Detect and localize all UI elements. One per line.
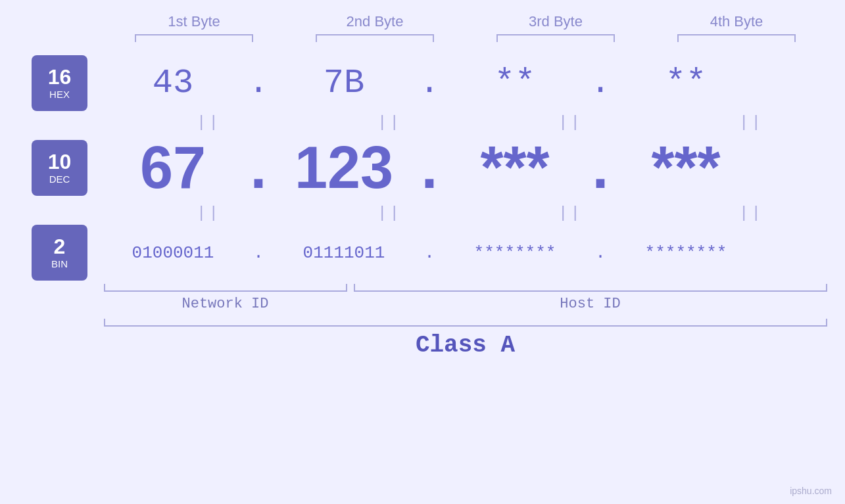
dec-values: 67 . 123 . *** . *** [101, 134, 845, 202]
bin-byte2: 01111011 [272, 243, 416, 263]
eq2-byte2: || [318, 204, 462, 222]
dec-dot3: . [587, 134, 614, 202]
hex-row: 16 HEX 43 . 7B . ** . ** [0, 55, 845, 111]
equals-row-1: || || || || [118, 114, 842, 131]
bin-byte3: ******** [443, 243, 587, 263]
host-bracket [354, 284, 827, 292]
eq2-byte3: || [498, 204, 643, 222]
host-id-label: Host ID [354, 296, 827, 312]
eq1-byte1: || [137, 114, 281, 131]
hex-dot2: . [416, 64, 443, 103]
dec-dot2: . [416, 134, 443, 202]
dec-base-name: DEC [49, 173, 70, 185]
network-bracket [104, 284, 347, 292]
dec-byte3: *** [443, 134, 587, 202]
eq1-byte2: || [318, 114, 462, 131]
dec-base-number: 10 [48, 151, 72, 172]
dec-byte2: 123 [272, 134, 416, 202]
hex-base-name: HEX [49, 89, 70, 100]
hex-dot3: . [587, 64, 614, 103]
id-labels-row: Network ID Host ID [104, 296, 827, 312]
hex-byte1: 43 [101, 64, 245, 103]
bracket-byte3 [496, 34, 615, 42]
bin-byte1: 01000011 [101, 243, 245, 263]
main-container: 1st Byte 2nd Byte 3rd Byte 4th Byte 16 H… [0, 0, 845, 504]
bin-values: 01000011 . 01111011 . ******** . *******… [101, 243, 845, 263]
hex-base-number: 16 [48, 66, 72, 87]
dec-dot1: . [245, 134, 272, 202]
hex-byte2: 7B [272, 64, 416, 103]
byte3-header: 3rd Byte [490, 13, 621, 30]
class-bracket [104, 319, 827, 327]
dec-byte1: 67 [101, 134, 245, 202]
bin-dot1: . [245, 243, 272, 263]
eq2-byte4: || [679, 204, 824, 222]
eq1-byte4: || [679, 114, 824, 131]
bracket-byte1 [135, 34, 253, 42]
byte2-header: 2nd Byte [309, 13, 441, 30]
bin-base-name: BIN [51, 258, 68, 269]
class-bracket-row [104, 319, 827, 327]
id-section: Network ID Host ID [104, 284, 827, 312]
eq2-byte1: || [137, 204, 281, 222]
bin-dot3: . [587, 243, 614, 263]
bin-badge: 2 BIN [32, 225, 87, 281]
dec-byte4: *** [614, 134, 758, 202]
bracket-byte4 [677, 34, 796, 42]
network-id-label: Network ID [104, 296, 347, 312]
byte4-header: 4th Byte [671, 13, 802, 30]
watermark: ipshu.com [790, 486, 832, 496]
byte-headers-row: 1st Byte 2nd Byte 3rd Byte 4th Byte [104, 13, 827, 30]
class-label: Class A [416, 332, 515, 359]
hex-byte3: ** [443, 64, 587, 103]
eq1-byte3: || [498, 114, 643, 131]
byte1-header: 1st Byte [128, 13, 260, 30]
dec-badge: 10 DEC [32, 140, 87, 196]
class-label-row: Class A [104, 332, 827, 359]
id-brackets [104, 284, 827, 292]
hex-byte4: ** [614, 64, 758, 103]
bin-row: 2 BIN 01000011 . 01111011 . ******** . *… [0, 225, 845, 281]
top-bracket-row [104, 34, 827, 42]
equals-row-2: || || || || [118, 204, 842, 222]
dec-row: 10 DEC 67 . 123 . *** . *** [0, 134, 845, 202]
bracket-byte2 [316, 34, 434, 42]
bin-dot2: . [416, 243, 443, 263]
bin-byte4: ******** [614, 243, 758, 263]
bin-base-number: 2 [54, 236, 66, 257]
hex-values: 43 . 7B . ** . ** [101, 64, 845, 103]
hex-dot1: . [245, 64, 272, 103]
hex-badge: 16 HEX [32, 55, 87, 111]
